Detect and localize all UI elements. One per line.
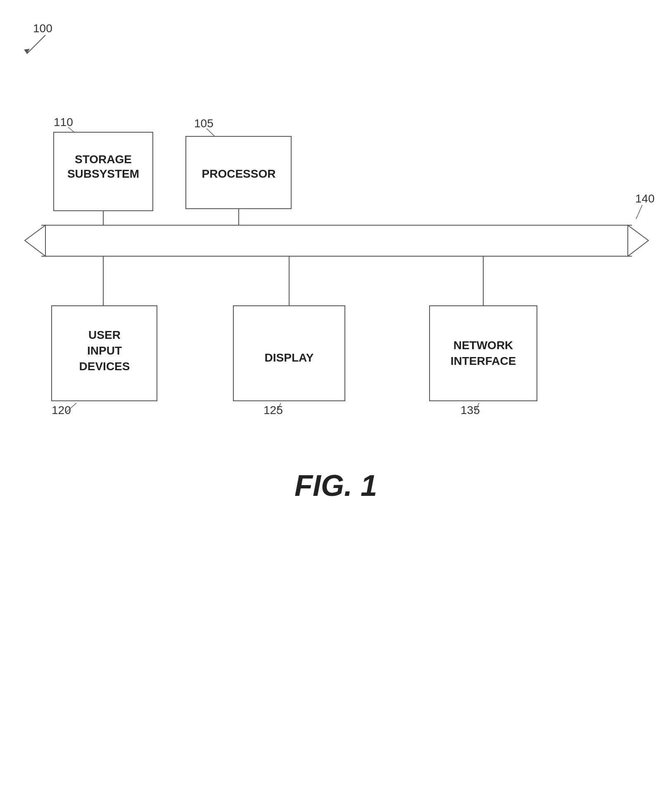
processor-label: PROCESSOR xyxy=(202,167,276,180)
network-label-line2: INTERFACE xyxy=(451,355,516,367)
bus-left-arrowhead xyxy=(25,225,45,256)
display-label: DISPLAY xyxy=(265,351,314,364)
figure-caption: FIG. 1 xyxy=(294,469,377,502)
ref-110-label: 110 xyxy=(54,116,73,129)
diagram-container: 100 STORAGE SUBSYSTEM 110 PROCESSOR 105 xyxy=(0,0,672,788)
network-box xyxy=(430,306,537,401)
bus-right-arrowhead xyxy=(628,225,648,256)
ref-140-label: 140 xyxy=(635,192,655,205)
ref-135-label: 135 xyxy=(461,404,480,417)
user-input-label-line2: INPUT xyxy=(87,344,122,357)
user-input-label-line3: DEVICES xyxy=(79,360,130,373)
ref-100-label: 100 xyxy=(33,22,52,35)
storage-label-line2: SUBSYSTEM xyxy=(67,167,139,180)
ref-140-line xyxy=(636,205,642,219)
storage-label-line1: STORAGE xyxy=(75,153,132,166)
ref-105-label: 105 xyxy=(194,117,214,130)
ref-120-label: 120 xyxy=(52,404,71,417)
network-label-line1: NETWORK xyxy=(454,339,513,352)
ref-100-arrow xyxy=(27,35,45,54)
user-input-label-line1: USER xyxy=(88,329,121,341)
